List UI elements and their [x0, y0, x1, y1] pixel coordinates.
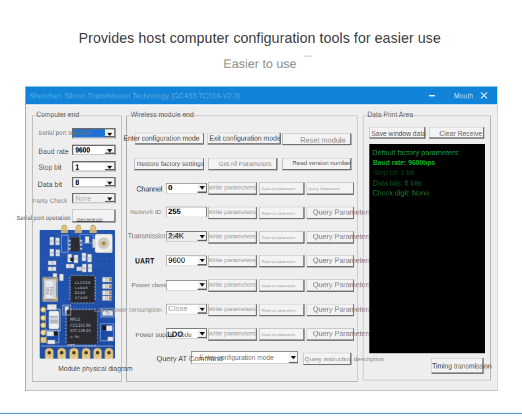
- svg-text:47845: 47845: [75, 296, 88, 300]
- svg-text:.VK6H: .VK6H: [50, 287, 54, 297]
- svg-text:MM32: MM32: [70, 318, 81, 322]
- svg-text:GTC12K43: GTC12K43: [70, 329, 91, 333]
- svg-text:2118: 2118: [75, 291, 85, 295]
- svg-text:LoRa®: LoRa®: [75, 286, 88, 291]
- svg-text:◎ Ms: ◎ Ms: [70, 335, 80, 339]
- svg-text:LLCC68: LLCC68: [75, 281, 91, 285]
- svg-text:FD131C4N: FD131C4N: [70, 324, 91, 328]
